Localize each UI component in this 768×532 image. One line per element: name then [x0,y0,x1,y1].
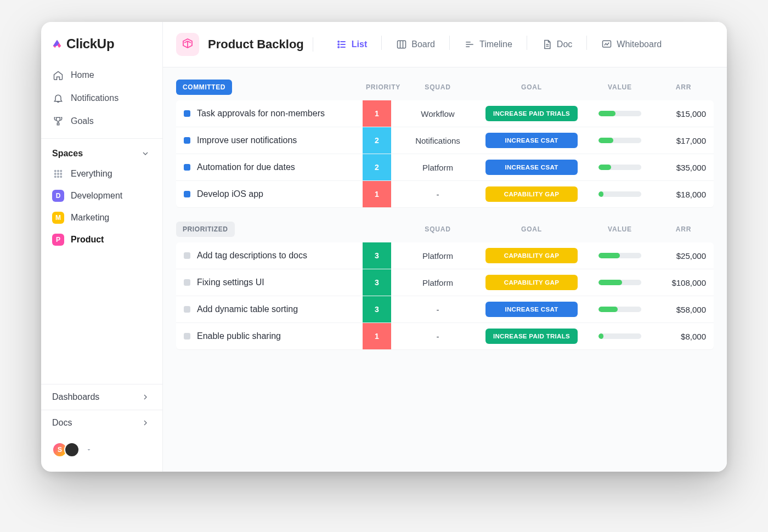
value-bar[interactable] [598,280,641,285]
nav-notifications[interactable]: Notifications [41,87,162,110]
priority-badge[interactable]: 3 [363,269,391,296]
priority-badge[interactable]: 2 [363,127,391,154]
task-row[interactable]: Enable public sharing1-INCREASE PAID TRI… [176,322,714,349]
group-name-badge[interactable]: COMMITTED [176,80,232,95]
task-title: Enable public sharing [197,331,281,341]
tab-whiteboard[interactable]: Whiteboard [599,36,664,53]
arr-cell: $35,000 [653,163,714,172]
nav-notifications-label: Notifications [71,93,118,103]
tab-timeline[interactable]: Timeline [462,36,515,53]
group-name-badge[interactable]: PRIORITIZED [176,222,235,237]
goal-pill[interactable]: CAPABILITY GAP [485,186,578,202]
space-label: Marketing [71,213,109,223]
tab-label: Timeline [479,39,512,49]
status-icon[interactable] [184,164,190,171]
task-cell: Automation for due dates [176,156,363,179]
status-icon[interactable] [184,279,190,286]
status-icon[interactable] [184,110,190,117]
nav-goals-label: Goals [71,116,94,126]
avatar-stack[interactable]: S [41,435,162,464]
value-bar[interactable] [598,191,641,197]
brand-text: ClickUp [66,36,114,52]
task-row[interactable]: Add tag descriptions to docs3PlatformCAP… [176,242,714,269]
tab-label: Doc [557,39,572,49]
status-icon[interactable] [184,306,190,313]
link-docs[interactable]: Docs [41,410,162,435]
task-cell: Add tag descriptions to docs [176,244,363,267]
main: Product Backlog List Board Timeline [163,22,727,472]
content: COMMITTEDPRIORITYSQUADGOALVALUEARRTask a… [163,67,727,376]
grid-icon [52,168,64,180]
status-icon[interactable] [184,191,190,197]
space-marketing[interactable]: M Marketing [41,207,162,229]
svg-point-6 [55,176,56,177]
space-development[interactable]: D Development [41,185,162,207]
value-bar[interactable] [598,253,641,258]
value-bar[interactable] [598,307,641,312]
task-row[interactable]: Automation for due dates2PlatformINCREAS… [176,154,714,180]
link-docs-label: Docs [52,418,72,428]
link-dashboards[interactable]: Dashboards [41,384,162,410]
divider [381,36,382,50]
task-row[interactable]: Task approvals for non-members1WorkflowI… [176,100,714,127]
status-icon[interactable] [184,252,190,259]
avatar [64,442,80,457]
task-cell: Enable public sharing [176,325,363,348]
nav-goals[interactable]: Goals [41,110,162,133]
sidebar: ClickUp Home Notifications Goals Spaces [41,22,163,472]
priority-badge[interactable]: 3 [363,296,391,322]
priority-badge[interactable]: 1 [363,323,391,349]
task-row[interactable]: Fixing settings UI3PlatformCAPABILITY GA… [176,269,714,296]
tab-doc[interactable]: Doc [539,36,574,53]
value-bar[interactable] [598,165,641,170]
goal-pill[interactable]: INCREASE CSAT [485,302,578,317]
goal-cell: INCREASE CSAT [477,133,586,148]
value-bar[interactable] [598,111,641,116]
tab-label: Board [411,39,435,49]
goal-pill[interactable]: INCREASE PAID TRIALS [485,329,578,344]
nav-home[interactable]: Home [41,64,162,87]
trophy-icon [52,115,64,127]
status-icon[interactable] [184,137,190,144]
value-bar[interactable] [598,138,641,143]
squad-cell: Platform [402,163,473,172]
arr-cell: $18,000 [653,190,714,199]
space-everything[interactable]: Everything [41,163,162,185]
task-row[interactable]: Improve user notifications2Notifications… [176,127,714,154]
bell-icon [52,92,64,104]
priority-badge[interactable]: 3 [363,242,391,269]
task-cell: Develop iOS app [176,183,363,206]
priority-badge[interactable]: 1 [363,181,391,207]
spaces-header[interactable]: Spaces [41,143,162,163]
value-cell [590,333,650,339]
task-cell: Task approvals for non-members [176,102,363,125]
goal-pill[interactable]: CAPABILITY GAP [485,275,578,290]
column-header-arr: ARR [653,83,714,91]
value-cell [590,307,650,312]
home-icon [52,69,64,81]
task-row[interactable]: Develop iOS app1-CAPABILITY GAP$18,000 [176,180,714,207]
value-cell [590,191,650,197]
task-cell: Fixing settings UI [176,271,363,294]
brand-logo[interactable]: ClickUp [41,33,162,64]
priority-badge[interactable]: 2 [363,154,391,180]
tab-board[interactable]: Board [394,36,437,53]
divider [313,37,313,52]
goal-pill[interactable]: CAPABILITY GAP [485,248,578,263]
value-cell [590,280,650,285]
goal-pill[interactable]: INCREASE CSAT [485,160,578,175]
priority-badge[interactable]: 1 [363,100,391,127]
task-row[interactable]: Add dynamic table sorting3-INCREASE CSAT… [176,296,714,322]
svg-point-5 [60,173,61,174]
squad-cell: Notifications [402,136,473,145]
status-icon[interactable] [184,333,190,339]
value-bar[interactable] [598,333,641,339]
goal-pill[interactable]: INCREASE CSAT [485,133,578,148]
squad-cell: Workflow [402,109,473,118]
goal-pill[interactable]: INCREASE PAID TRIALS [485,106,578,121]
space-badge: D [52,190,64,202]
svg-point-7 [58,176,59,177]
space-product[interactable]: P Product [41,229,162,251]
tab-list[interactable]: List [334,36,369,53]
squad-cell: Platform [402,251,473,261]
